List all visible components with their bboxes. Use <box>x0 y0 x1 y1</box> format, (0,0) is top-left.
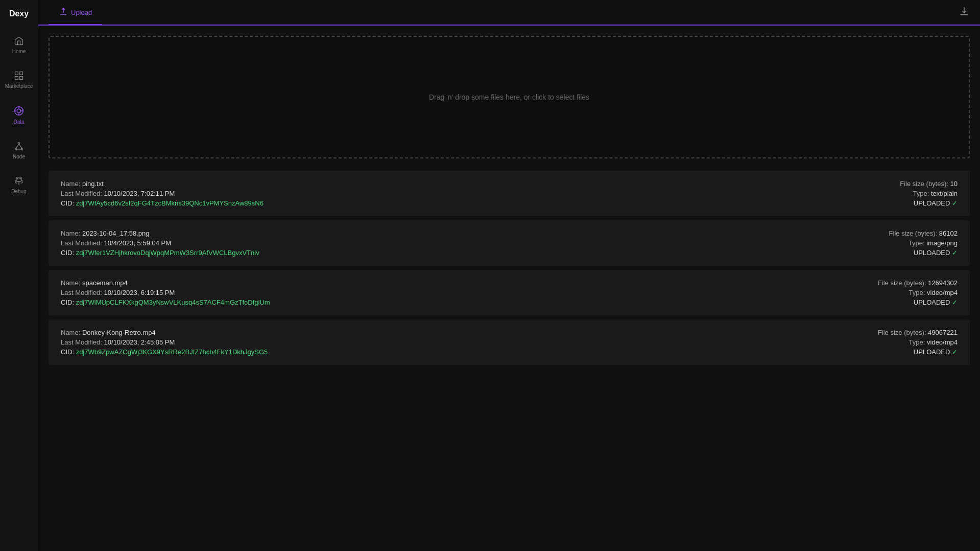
size-label: File size (bytes): <box>900 180 948 188</box>
sidebar-item-data[interactable]: Data <box>0 97 38 133</box>
file-name: Name: ping.txt <box>61 180 890 188</box>
file-modified: Last Modified: 10/4/2023, 5:59:04 PM <box>61 239 879 247</box>
sidebar-label-data: Data <box>13 119 24 125</box>
svg-line-14 <box>19 144 22 148</box>
svg-point-10 <box>18 143 19 144</box>
sidebar-label-marketplace: Marketplace <box>5 83 33 89</box>
main-content: Upload Drag 'n' drop some files here, or… <box>38 0 980 551</box>
svg-point-18 <box>20 178 21 179</box>
modified-value: 10/10/2023, 2:45:05 PM <box>104 338 175 346</box>
status-checkmark: ✓ <box>952 249 958 257</box>
type-label: Type: <box>909 289 925 296</box>
status-text: UPLOADED <box>914 199 950 207</box>
modified-label: Last Modified: <box>61 239 102 247</box>
size-value: 49067221 <box>928 329 958 336</box>
sidebar-item-node[interactable]: Node <box>0 133 38 168</box>
name-value: ping.txt <box>82 180 104 188</box>
status-text: UPLOADED <box>914 249 950 257</box>
file-item: Name: 2023-10-04_17:58.png File size (by… <box>49 220 970 266</box>
name-value: spaceman.mp4 <box>82 279 128 287</box>
svg-rect-0 <box>15 72 18 75</box>
modified-value: 10/4/2023, 5:59:04 PM <box>104 239 172 247</box>
name-label: Name: <box>61 229 80 237</box>
svg-point-17 <box>17 178 18 179</box>
file-size: File size (bytes): 49067221 <box>878 329 958 336</box>
upload-icon <box>59 7 68 18</box>
size-value: 10 <box>950 180 958 188</box>
type-value: video/mp4 <box>927 289 958 296</box>
status-checkmark: ✓ <box>952 299 958 306</box>
file-name: Name: 2023-10-04_17:58.png <box>61 229 879 237</box>
cid-value: zdj7Wb9ZpwAZCgWj3KGX9YsRRe2BJfZ7hcb4FkY1… <box>76 348 268 356</box>
modified-value: 10/10/2023, 7:02:11 PM <box>104 190 175 197</box>
sidebar: Dexy Home Marketplace <box>0 0 38 551</box>
file-status: UPLOADED ✓ <box>889 249 958 257</box>
file-size: File size (bytes): 12694302 <box>878 279 958 287</box>
name-value: 2023-10-04_17:58.png <box>82 229 150 237</box>
modified-label: Last Modified: <box>61 338 102 346</box>
upload-tab[interactable]: Upload <box>49 1 102 25</box>
file-type: Type: image/png <box>889 239 958 247</box>
cid-value: zdj7WiMUpCLFKXkgQM3yNswVLKusq4sS7ACF4mGz… <box>76 299 270 306</box>
name-label: Name: <box>61 279 80 287</box>
type-value: video/mp4 <box>927 338 958 346</box>
file-status: UPLOADED ✓ <box>878 348 958 356</box>
file-modified: Last Modified: 10/10/2023, 6:19:15 PM <box>61 289 868 296</box>
file-item: Name: ping.txt File size (bytes): 10 Las… <box>49 171 970 216</box>
type-label: Type: <box>909 239 925 247</box>
sidebar-label-debug: Debug <box>11 189 26 194</box>
data-icon <box>13 105 25 117</box>
status-text: UPLOADED <box>914 299 950 306</box>
size-label: File size (bytes): <box>889 229 938 237</box>
content-area: Drag 'n' drop some files here, or click … <box>38 26 980 551</box>
svg-rect-1 <box>20 72 23 75</box>
file-status: UPLOADED ✓ <box>900 199 958 207</box>
dropzone-text: Drag 'n' drop some files here, or click … <box>429 93 589 101</box>
type-value: image/png <box>926 239 958 247</box>
status-checkmark: ✓ <box>952 348 958 356</box>
file-type: Type: text/plain <box>900 190 958 197</box>
file-cid: CID: zdj7WfAy5cd6v2sf2qFG4TzcBMkns39QNc1… <box>61 199 890 207</box>
name-value: Donkey-Kong-Retro.mp4 <box>82 329 156 336</box>
file-status: UPLOADED ✓ <box>878 299 958 306</box>
file-item: Name: Donkey-Kong-Retro.mp4 File size (b… <box>49 319 970 365</box>
type-value: text/plain <box>931 190 958 197</box>
file-size: File size (bytes): 86102 <box>889 229 958 237</box>
app-title: Dexy <box>9 0 29 28</box>
modified-label: Last Modified: <box>61 289 102 296</box>
file-name: Name: Donkey-Kong-Retro.mp4 <box>61 329 868 336</box>
svg-rect-3 <box>20 77 23 80</box>
cid-label: CID: <box>61 249 74 257</box>
file-cid: CID: zdj7Wfer1VZHjhkrovoDqjWpqMPmW3Srr9A… <box>61 249 879 257</box>
type-label: Type: <box>913 190 929 197</box>
debug-icon <box>14 176 24 186</box>
cid-value: zdj7WfAy5cd6v2sf2qFG4TzcBMkns39QNc1vPMYS… <box>76 199 264 207</box>
sidebar-item-home[interactable]: Home <box>0 28 38 62</box>
file-name: Name: spaceman.mp4 <box>61 279 868 287</box>
upload-tab-label: Upload <box>71 9 92 16</box>
cid-value: zdj7Wfer1VZHjhkrovoDqjWpqMPmW3Srr9AfVWCL… <box>76 249 259 257</box>
file-modified: Last Modified: 10/10/2023, 7:02:11 PM <box>61 190 890 197</box>
type-label: Type: <box>909 338 925 346</box>
modified-label: Last Modified: <box>61 190 102 197</box>
topbar: Upload <box>38 0 980 26</box>
svg-rect-2 <box>15 77 18 80</box>
svg-line-13 <box>16 144 19 148</box>
file-item: Name: spaceman.mp4 File size (bytes): 12… <box>49 270 970 315</box>
cid-label: CID: <box>61 348 74 356</box>
home-icon <box>14 36 24 46</box>
dropzone[interactable]: Drag 'n' drop some files here, or click … <box>49 36 970 158</box>
sidebar-item-marketplace[interactable]: Marketplace <box>0 62 38 97</box>
file-type: Type: video/mp4 <box>878 289 958 296</box>
cid-label: CID: <box>61 299 74 306</box>
sidebar-label-node: Node <box>13 154 25 159</box>
size-label: File size (bytes): <box>878 279 926 287</box>
file-list: Name: ping.txt File size (bytes): 10 Las… <box>49 171 970 365</box>
file-cid: CID: zdj7Wb9ZpwAZCgWj3KGX9YsRRe2BJfZ7hcb… <box>61 348 868 356</box>
sidebar-label-home: Home <box>12 49 26 54</box>
sidebar-item-debug[interactable]: Debug <box>0 168 38 202</box>
download-button[interactable] <box>959 6 970 19</box>
name-label: Name: <box>61 180 80 188</box>
file-cid: CID: zdj7WiMUpCLFKXkgQM3yNswVLKusq4sS7AC… <box>61 299 868 306</box>
svg-point-4 <box>17 109 20 112</box>
